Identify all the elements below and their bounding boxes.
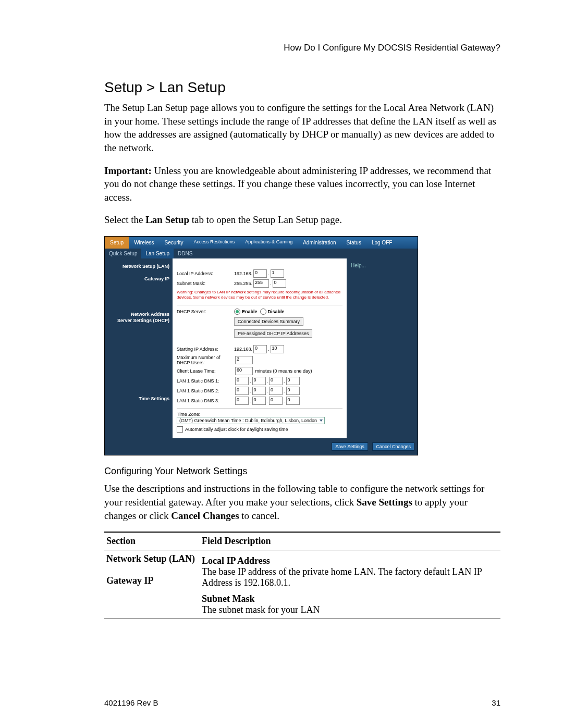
section-name-1: Network Setup (LAN) — [106, 553, 195, 564]
checkbox-dst[interactable] — [177, 426, 183, 433]
table-row: Network Setup (LAN) Gateway IP Local IP … — [104, 550, 500, 619]
router-footer: Save Settings Cancel Changes — [105, 438, 418, 455]
input-dns2-3[interactable]: 0 — [269, 387, 283, 395]
running-header: How Do I Configure My DOCSIS Residential… — [104, 43, 500, 53]
primary-tabs: Setup Wireless Security Access Restricti… — [105, 237, 418, 249]
field-desc-2: The subnet mask for your LAN — [202, 604, 320, 615]
tab-security[interactable]: Security — [159, 237, 188, 249]
help-link[interactable]: Help... — [351, 263, 413, 268]
section-network-setup: Network Setup (LAN) — [108, 264, 169, 269]
input-start-octet3[interactable]: 0 — [253, 345, 267, 353]
start-ip-prefix: 192.168. — [234, 347, 252, 352]
secondary-tabs: Quick Setup Lan Setup DDNS — [105, 249, 418, 258]
config-subheading: Configuring Your Network Settings — [104, 466, 500, 477]
tab-administration[interactable]: Administration — [298, 237, 341, 249]
label-lease-time: Client Lease Time: — [177, 368, 234, 374]
important-body: Unless you are knowledgeable about admin… — [104, 165, 491, 203]
label-dns3: LAN 1 Static DNS 3: — [177, 398, 234, 403]
input-ip-octet3[interactable]: 0 — [253, 269, 267, 278]
section-dhcp-b: Server Settings (DHCP) — [108, 318, 169, 323]
label-max-users: Maximum Number ofDHCP Users: — [177, 355, 234, 365]
radio-enable[interactable] — [234, 309, 240, 315]
config-paragraph: Use the descriptions and instructions in… — [104, 482, 500, 522]
select-post: tab to open the Setup Lan Setup page. — [189, 214, 342, 225]
subtab-lan-setup[interactable]: Lan Setup — [141, 249, 174, 258]
select-pre: Select the — [104, 214, 145, 225]
section-time: Time Settings — [108, 396, 169, 401]
label-local-ip: Local IP Address: — [177, 271, 234, 276]
input-lease-time[interactable]: 60 — [235, 367, 253, 375]
th-section: Section — [104, 532, 200, 550]
label-subnet: Subnet Mask: — [177, 281, 234, 286]
btn-preassigned-dhcp[interactable]: Pre-assigned DHCP IP Addresses — [234, 329, 312, 338]
input-dns3-1[interactable]: 0 — [235, 397, 249, 405]
input-dns3-3[interactable]: 0 — [269, 397, 283, 405]
input-ip-octet4[interactable]: 1 — [271, 269, 284, 278]
select-bold: Lan Setup — [145, 214, 189, 225]
input-dns1-3[interactable]: 0 — [269, 377, 283, 385]
label-dns2: LAN 1 Static DNS 2: — [177, 388, 234, 393]
mask-prefix: 255.255. — [234, 281, 252, 286]
label-starting-ip: Starting IP Address: — [177, 347, 234, 352]
field-desc-1: The base IP address of the private home … — [202, 566, 482, 588]
radio-disable[interactable] — [260, 309, 266, 315]
input-dns1-2[interactable]: 0 — [252, 377, 266, 385]
input-dns3-2[interactable]: 0 — [252, 397, 266, 405]
tab-status[interactable]: Status — [341, 237, 366, 249]
important-label: Important: — [104, 165, 152, 176]
important-paragraph: Important: Unless you are knowledgeable … — [104, 164, 500, 204]
th-field-description: Field Description — [200, 532, 500, 550]
label-enable: Enable — [242, 309, 258, 314]
page-title: Setup > Lan Setup — [104, 79, 500, 96]
section-gateway-ip: Gateway IP — [108, 276, 169, 281]
subtab-quick-setup[interactable]: Quick Setup — [105, 249, 141, 258]
ip-prefix: 192.168. — [234, 271, 252, 276]
config-text-3: to cancel. — [239, 510, 280, 521]
config-bold-1: Save Settings — [357, 497, 412, 508]
btn-connected-devices[interactable]: Connected Devices Summary — [234, 317, 303, 326]
warning-text: Warning: Changes to LAN IP network setti… — [177, 290, 342, 300]
label-lease-unit: minutes (0 means one day) — [255, 368, 312, 374]
td-description: Local IP Address The base IP address of … — [200, 550, 500, 619]
label-dns1: LAN 1 Static DNS 1: — [177, 378, 234, 384]
label-dst: Automatically adjust clock for daylight … — [185, 427, 288, 432]
help-column: Help... — [347, 258, 418, 438]
page-footer: 4021196 Rev B 31 — [104, 698, 500, 707]
label-dhcp-server: DHCP Server: — [177, 309, 234, 314]
input-dns1-4[interactable]: 0 — [286, 377, 300, 385]
input-dns3-4[interactable]: 0 — [286, 397, 300, 405]
tab-access-restrictions[interactable]: Access Restrictions — [189, 237, 240, 249]
select-instruction: Select the Lan Setup tab to open the Set… — [104, 213, 500, 227]
label-timezone: Time Zone: — [177, 412, 342, 417]
select-timezone[interactable]: (GMT) Greenwich Mean Time : Dublin, Edin… — [177, 417, 325, 424]
td-section: Network Setup (LAN) Gateway IP — [104, 550, 200, 619]
tab-wireless[interactable]: Wireless — [129, 237, 159, 249]
btn-cancel-changes[interactable]: Cancel Changes — [372, 442, 414, 451]
input-start-octet4[interactable]: 10 — [271, 345, 284, 353]
input-mask-octet3[interactable]: 255 — [253, 279, 269, 288]
tab-apps-gaming[interactable]: Applications & Gaming — [240, 237, 298, 249]
section-labels-column: Network Setup (LAN) Gateway IP Network A… — [105, 258, 173, 438]
tab-setup[interactable]: Setup — [105, 237, 129, 249]
field-name-1: Local IP Address — [202, 556, 498, 566]
settings-form: Local IP Address: 192.168. 0 . 1 Subnet … — [173, 258, 347, 438]
subtab-ddns[interactable]: DDNS — [174, 249, 197, 258]
label-disable: Disable — [268, 309, 285, 314]
field-description-table: Section Field Description Network Setup … — [104, 532, 500, 619]
input-mask-octet4[interactable]: 0 — [273, 279, 286, 288]
section-dhcp-a: Network Address — [108, 312, 169, 317]
config-bold-2: Cancel Changes — [171, 510, 239, 521]
footer-docid: 4021196 Rev B — [104, 698, 158, 707]
input-max-users[interactable]: 2 — [235, 356, 253, 364]
input-dns2-4[interactable]: 0 — [286, 387, 300, 395]
intro-paragraph: The Setup Lan Setup page allows you to c… — [104, 101, 500, 155]
input-dns2-2[interactable]: 0 — [252, 387, 266, 395]
tab-logoff[interactable]: Log OFF — [366, 237, 397, 249]
input-dns1-1[interactable]: 0 — [235, 377, 249, 385]
section-name-2: Gateway IP — [106, 575, 153, 586]
btn-save-settings[interactable]: Save Settings — [332, 442, 368, 451]
field-name-2: Subnet Mask — [202, 594, 498, 604]
router-screenshot: Setup Wireless Security Access Restricti… — [104, 236, 418, 455]
footer-page-number: 31 — [492, 698, 500, 707]
input-dns2-1[interactable]: 0 — [235, 387, 249, 395]
